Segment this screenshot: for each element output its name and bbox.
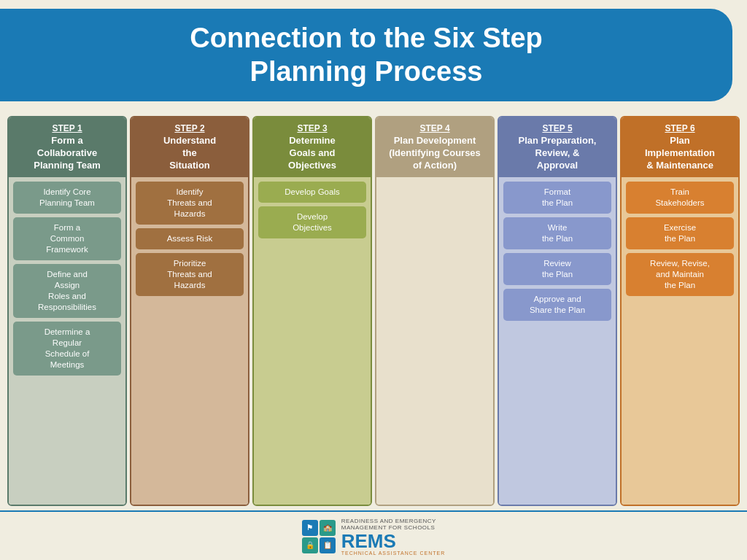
arrow-step4 bbox=[492, 125, 495, 148]
step-item-step5-2: Review the Plan bbox=[503, 253, 611, 285]
step-title-step3: Determine Goals and Objectives bbox=[288, 135, 336, 171]
rems-icon-4: 📋 bbox=[320, 537, 336, 553]
arrow-step5 bbox=[614, 125, 617, 148]
step-item-step1-1: Form a Common Framework bbox=[13, 217, 121, 260]
step-num-step1: STEP 1 bbox=[13, 123, 121, 135]
footer: ⚑ 🏫 🔒 📋 READINESS AND EMERGENCYMANAGEMEN… bbox=[0, 510, 747, 560]
step-num-step2: STEP 2 bbox=[136, 123, 244, 135]
rems-icon-row-top: ⚑ 🏫 bbox=[302, 520, 336, 536]
step-col-step1: STEP 1Form a Collaborative Planning Team… bbox=[7, 116, 127, 506]
arrow-step1 bbox=[124, 125, 127, 148]
rems-title: REMS bbox=[341, 532, 446, 551]
step-title-step5: Plan Preparation, Review, & Approval bbox=[519, 135, 597, 171]
step-title-step4: Plan Development (Identifying Courses of… bbox=[389, 135, 481, 171]
step-item-step3-1: Develop Objectives bbox=[258, 206, 366, 238]
step-body-step2: Identify Threats and HazardsAssess RiskP… bbox=[131, 177, 248, 504]
step-item-step6-1: Exercise the Plan bbox=[626, 217, 734, 249]
header: Connection to the Six StepPlanning Proce… bbox=[0, 9, 732, 101]
step-body-step1: Identify Core Planning TeamForm a Common… bbox=[9, 177, 125, 504]
step-item-step2-1: Assess Risk bbox=[136, 228, 244, 249]
step-num-step4: STEP 4 bbox=[381, 123, 489, 135]
page-title: Connection to the Six StepPlanning Proce… bbox=[29, 22, 703, 88]
main-content: STEP 1Form a Collaborative Planning Team… bbox=[0, 110, 747, 510]
step-item-step5-3: Approve and Share the Plan bbox=[503, 289, 611, 321]
step-item-step3-0: Develop Goals bbox=[258, 182, 366, 203]
arrow-step3 bbox=[369, 125, 372, 148]
step-body-step4 bbox=[376, 177, 493, 504]
step-num-step3: STEP 3 bbox=[258, 123, 366, 135]
step-col-step5: STEP 5Plan Preparation, Review, & Approv… bbox=[498, 116, 617, 506]
slide: Connection to the Six StepPlanning Proce… bbox=[0, 0, 747, 560]
step-num-step6: STEP 6 bbox=[626, 123, 734, 135]
step-num-step5: STEP 5 bbox=[503, 123, 611, 135]
step-item-step6-0: Train Stakeholders bbox=[626, 182, 734, 214]
step-col-step2: STEP 2Understand the SituationIdentify T… bbox=[130, 116, 249, 506]
rems-icon-group: ⚑ 🏫 🔒 📋 bbox=[302, 520, 336, 553]
step-item-step1-3: Determine a Regular Schedule of Meetings bbox=[13, 322, 121, 376]
step-item-step1-2: Define and Assign Roles and Responsibili… bbox=[13, 264, 121, 318]
step-header-step6: STEP 6Plan Implementation & Maintenance bbox=[622, 117, 738, 177]
arrow-step2 bbox=[247, 125, 249, 148]
rems-text-group: READINESS AND EMERGENCYMANAGEMENT FOR SC… bbox=[341, 518, 446, 556]
rems-icon-row-bottom: 🔒 📋 bbox=[302, 537, 336, 553]
step-item-step2-2: Prioritize Threats and Hazards bbox=[136, 253, 244, 296]
step-title-step1: Form a Collaborative Planning Team bbox=[34, 135, 101, 171]
step-header-step5: STEP 5Plan Preparation, Review, & Approv… bbox=[499, 117, 616, 177]
step-header-step1: STEP 1Form a Collaborative Planning Team bbox=[9, 117, 125, 177]
rems-tagline: Technical Assistance Center bbox=[341, 551, 446, 556]
steps-row: STEP 1Form a Collaborative Planning Team… bbox=[7, 116, 740, 506]
step-body-step5: Format the PlanWrite the PlanReview the … bbox=[499, 177, 616, 504]
step-body-step3: Develop GoalsDevelop Objectives bbox=[254, 177, 371, 504]
rems-logo: ⚑ 🏫 🔒 📋 READINESS AND EMERGENCYMANAGEMEN… bbox=[302, 518, 446, 556]
step-item-step5-0: Format the Plan bbox=[503, 182, 611, 214]
rems-icon-2: 🏫 bbox=[320, 520, 336, 536]
step-title-step6: Plan Implementation & Maintenance bbox=[645, 135, 715, 171]
step-body-step6: Train StakeholdersExercise the PlanRevie… bbox=[622, 177, 738, 504]
rems-icon-1: ⚑ bbox=[302, 520, 318, 536]
step-col-step3: STEP 3Determine Goals and ObjectivesDeve… bbox=[252, 116, 372, 506]
step-title-step2: Understand the Situation bbox=[163, 135, 216, 171]
step-col-step4: STEP 4Plan Development (Identifying Cour… bbox=[375, 116, 495, 506]
step-col-step6: STEP 6Plan Implementation & MaintenanceT… bbox=[620, 116, 740, 506]
step-item-step1-0: Identify Core Planning Team bbox=[13, 182, 121, 214]
step-header-step4: STEP 4Plan Development (Identifying Cour… bbox=[376, 117, 493, 177]
step-item-step6-2: Review, Revise, and Maintain the Plan bbox=[626, 253, 734, 296]
step-header-step2: STEP 2Understand the Situation bbox=[131, 117, 248, 177]
step-header-step3: STEP 3Determine Goals and Objectives bbox=[254, 117, 371, 177]
rems-icon-3: 🔒 bbox=[302, 537, 318, 553]
step-item-step5-1: Write the Plan bbox=[503, 217, 611, 249]
step-item-step2-0: Identify Threats and Hazards bbox=[136, 182, 244, 225]
